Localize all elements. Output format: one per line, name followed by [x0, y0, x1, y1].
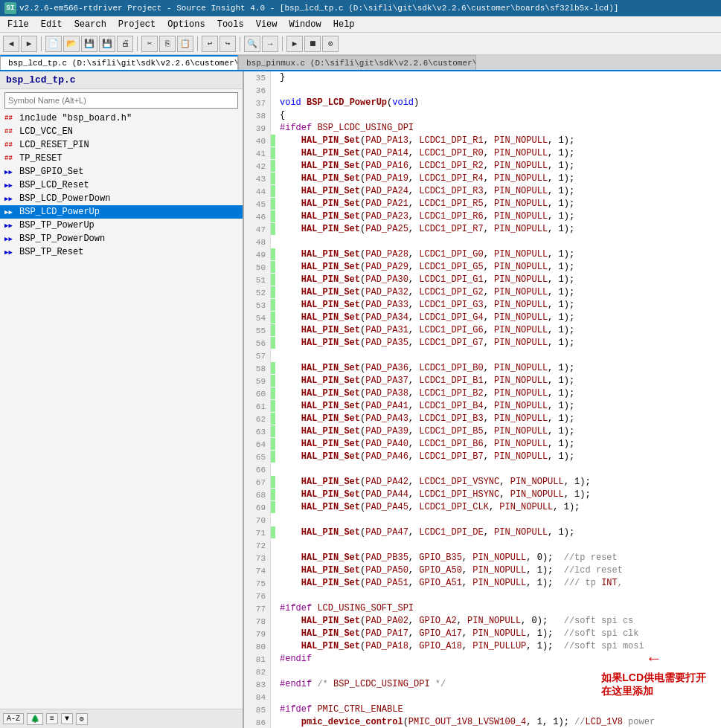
line-code[interactable]: HAL_PIN_Set(PAD_PA14, LCDC1_DPI_R0, PIN_…	[275, 147, 721, 159]
line-code[interactable]	[275, 84, 721, 96]
line-code[interactable]	[275, 349, 721, 361]
line-code[interactable]	[275, 539, 721, 551]
list-button[interactable]: ≡	[46, 713, 58, 724]
line-number: 80	[244, 640, 271, 653]
symbol-search-input[interactable]	[4, 92, 238, 109]
paste-button[interactable]: 📋	[177, 36, 193, 52]
search-btn[interactable]: 🔍	[244, 36, 260, 52]
menu-view[interactable]: View	[250, 18, 283, 31]
settings-sidebar-button[interactable]: ⚙	[76, 713, 88, 725]
print-button[interactable]: 🖨	[117, 36, 133, 52]
line-code[interactable]: HAL_PIN_Set(PAD_PA39, LCDC1_DPI_B5, PIN_…	[275, 425, 721, 437]
line-code[interactable]: HAL_PIN_Set(PAD_PA51, GPIO_A51, PIN_NOPU…	[275, 577, 721, 589]
stop-button[interactable]: ⏹	[304, 36, 321, 52]
line-code[interactable]: HAL_PIN_Set(PAD_PA28, LCDC1_DPI_G0, PIN_…	[275, 248, 721, 260]
back-button[interactable]: ◀	[3, 36, 19, 52]
line-code[interactable]: HAL_PIN_Set(PAD_PA24, LCDC1_DPI_R3, PIN_…	[275, 185, 721, 197]
line-code[interactable]: {	[275, 109, 721, 121]
sidebar-item-TP-RESET[interactable]: ## TP_RESET	[0, 152, 243, 165]
tab-bsp-pinmux[interactable]: bsp_pinmux.c (D:\sifli\git\sdk\v2.2.6\cu…	[238, 55, 476, 70]
line-code[interactable]: HAL_PIN_Set(PAD_PA40, LCDC1_DPI_B6, PIN_…	[275, 438, 721, 450]
line-code[interactable]: pmic_device_control(PMIC_OUT_1V8_LVSW100…	[275, 716, 721, 728]
sidebar-item-LCD-RESET-PIN[interactable]: ## LCD_RESET_PIN	[0, 138, 243, 152]
line-code[interactable]	[275, 236, 721, 248]
settings-button[interactable]: ⚙	[322, 36, 339, 52]
line-number: 35	[244, 71, 271, 84]
menu-file[interactable]: File	[1, 18, 35, 31]
code-editor[interactable]: 35}36 37void BSP_LCD_PowerUp(void)38{39#…	[244, 71, 721, 728]
redo-button[interactable]: ↪	[219, 36, 236, 52]
sidebar-item-BSP-GPIO-Set[interactable]: ▶▶BSP_GPIO_Set	[0, 165, 243, 178]
line-code[interactable]: HAL_PIN_Set(PAD_PA17, GPIO_A17, PIN_NOPU…	[275, 628, 721, 640]
cut-button[interactable]: ✂	[141, 36, 158, 52]
tree-button[interactable]: 🌲	[27, 713, 43, 725]
line-code[interactable]: HAL_PIN_Set(PAD_PA21, LCDC1_DPI_R5, PIN_…	[275, 198, 721, 210]
save-all-button[interactable]: 💾	[99, 36, 115, 52]
line-code[interactable]: HAL_PIN_Set(PAD_PA45, LCDC1_DPI_CLK, PIN…	[275, 501, 721, 513]
copy-button[interactable]: ⎘	[159, 36, 176, 52]
line-code[interactable]: HAL_PIN_Set(PAD_PA02, GPIO_A2, PIN_NOPUL…	[275, 615, 721, 627]
line-code[interactable]: #ifdef BSP_LCDC_USING_DPI	[275, 122, 721, 134]
menu-edit[interactable]: Edit	[35, 18, 68, 31]
line-code[interactable]: HAL_PIN_Set(PAD_PA38, LCDC1_DPI_B2, PIN_…	[275, 387, 721, 399]
line-code[interactable]: HAL_PIN_Set(PAD_PA34, LCDC1_DPI_G4, PIN_…	[275, 312, 721, 323]
line-code[interactable]: HAL_PIN_Set(PAD_PA29, LCDC1_DPI_G5, PIN_…	[275, 261, 721, 273]
line-code[interactable]: HAL_PIN_Set(PAD_PA32, LCDC1_DPI_G2, PIN_…	[275, 286, 721, 298]
line-code[interactable]: HAL_PIN_Set(PAD_PA41, LCDC1_DPI_B4, PIN_…	[275, 400, 721, 412]
line-code[interactable]: HAL_PIN_Set(PAD_PA33, LCDC1_DPI_G3, PIN_…	[275, 299, 721, 311]
line-code[interactable]: HAL_PIN_Set(PAD_PA13, LCDC1_DPI_R1, PIN_…	[275, 135, 721, 146]
line-code[interactable]: #ifdef PMIC_CTRL_ENABLE	[275, 703, 721, 715]
tab-bsp-lcd-tp[interactable]: bsp_lcd_tp.c (D:\sifli\git\sdk\v2.2.6\cu…	[0, 55, 238, 70]
save-button[interactable]: 💾	[81, 36, 97, 52]
sidebar-item-BSP-TP-PowerUp[interactable]: ▶▶BSP_TP_PowerUp	[0, 219, 243, 232]
line-code[interactable]: HAL_PIN_Set(PAD_PA44, LCDC1_DPI_HSYNC, P…	[275, 489, 721, 500]
line-code[interactable]: HAL_PIN_Set(PAD_PA35, LCDC1_DPI_G7, PIN_…	[275, 337, 721, 349]
open-button[interactable]: 📂	[63, 36, 80, 52]
build-button[interactable]: ▶	[286, 36, 303, 52]
line-code[interactable]: HAL_PIN_Set(PAD_PA31, LCDC1_DPI_G6, PIN_…	[275, 324, 721, 336]
menu-options[interactable]: Options	[161, 18, 211, 31]
menu-tools[interactable]: Tools	[211, 18, 250, 31]
sidebar-item-BSP-LCD-PowerUp[interactable]: ▶▶BSP_LCD_PowerUp	[0, 205, 243, 219]
goto-button[interactable]: →	[262, 36, 278, 52]
new-button[interactable]: 📄	[45, 36, 62, 52]
sidebar-item-LCD-VCC-EN[interactable]: ## LCD_VCC_EN	[0, 125, 243, 138]
undo-button[interactable]: ↩	[202, 36, 218, 52]
az-button[interactable]: A-Z	[3, 713, 24, 724]
line-code[interactable]: HAL_PIN_Set(PAD_PA50, GPIO_A50, PIN_NOPU…	[275, 564, 721, 576]
line-code[interactable]: HAL_PIN_Set(PAD_PA16, LCDC1_DPI_R2, PIN_…	[275, 160, 721, 172]
line-code[interactable]: HAL_PIN_Set(PAD_PA43, LCDC1_DPI_B3, PIN_…	[275, 413, 721, 425]
line-code[interactable]: HAL_PIN_Set(PAD_PA47, LCDC1_DPI_DE, PIN_…	[275, 526, 721, 538]
line-code[interactable]: HAL_PIN_Set(PAD_PA46, LCDC1_DPI_B7, PIN_…	[275, 451, 721, 463]
sidebar-item-BSP-LCD-PowerDown[interactable]: ▶▶BSP_LCD_PowerDown	[0, 192, 243, 205]
menu-help[interactable]: Help	[327, 18, 361, 31]
sidebar-item-include--bsp-board-h-[interactable]: ## include "bsp_board.h"	[0, 112, 243, 125]
line-number: 73	[244, 552, 271, 564]
line-code[interactable]	[275, 514, 721, 526]
menu-window[interactable]: Window	[283, 18, 327, 31]
line-code[interactable]: #ifdef LCD_USING_SOFT_SPI	[275, 602, 721, 614]
menu-project[interactable]: Project	[112, 18, 161, 31]
line-code[interactable]: HAL_PIN_Set(PAD_PA19, LCDC1_DPI_R4, PIN_…	[275, 173, 721, 184]
sidebar-item-BSP-LCD-Reset[interactable]: ▶▶BSP_LCD_Reset	[0, 178, 243, 192]
line-code[interactable]	[275, 590, 721, 602]
line-number: 54	[244, 312, 271, 324]
line-code[interactable]: HAL_PIN_Set(PAD_PA25, LCDC1_DPI_R7, PIN_…	[275, 223, 721, 235]
line-number: 84	[244, 691, 271, 703]
line-code[interactable]: void BSP_LCD_PowerUp(void)	[275, 97, 721, 109]
line-code[interactable]: HAL_PIN_Set(PAD_PA30, LCDC1_DPI_G1, PIN_…	[275, 274, 721, 286]
symbol-name: LCD_RESET_PIN	[19, 140, 89, 150]
line-code[interactable]	[275, 463, 721, 475]
forward-button[interactable]: ▶	[21, 36, 37, 52]
table-row: 39#ifdef BSP_LCDC_USING_DPI	[244, 122, 721, 135]
line-code[interactable]: HAL_PIN_Set(PAD_PA36, LCDC1_DPI_B0, PIN_…	[275, 362, 721, 374]
menu-search[interactable]: Search	[68, 18, 112, 31]
sidebar-item-BSP-TP-Reset[interactable]: ▶▶BSP_TP_Reset	[0, 245, 243, 259]
line-code[interactable]: HAL_PIN_Set(PAD_PA37, LCDC1_DPI_B1, PIN_…	[275, 375, 721, 387]
line-code[interactable]: HAL_PIN_Set(PAD_PA23, LCDC1_DPI_R6, PIN_…	[275, 210, 721, 222]
line-code[interactable]: HAL_PIN_Set(PAD_PA42, LCDC1_DPI_VSYNC, P…	[275, 476, 721, 488]
line-code[interactable]: }	[275, 71, 721, 83]
filter-button[interactable]: ▼	[61, 713, 73, 724]
line-code[interactable]: HAL_PIN_Set(PAD_PB35, GPIO_B35, PIN_NOPU…	[275, 552, 721, 564]
sidebar-item-BSP-TP-PowerDown[interactable]: ▶▶BSP_TP_PowerDown	[0, 232, 243, 245]
